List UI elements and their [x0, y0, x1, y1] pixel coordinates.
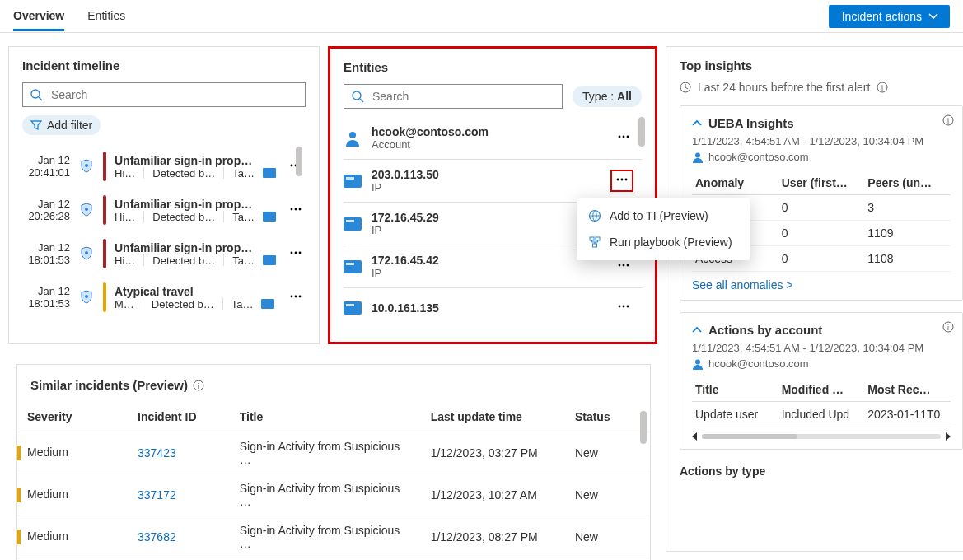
ip-icon	[344, 175, 362, 188]
timeline-row[interactable]: Jan 12 20:41:01 Unfamiliar sign-in prop……	[22, 147, 306, 190]
table-row[interactable]: Medium 337172 Sign-in Activity from Susp…	[17, 474, 650, 516]
severity-bar	[17, 488, 21, 502]
actions-account-range: 1/11/2023, 4:54:51 AM - 1/12/2023, 10:34…	[692, 342, 951, 354]
tab-overview[interactable]: Overview	[13, 1, 64, 31]
more-button[interactable]	[286, 199, 306, 222]
col-incident-id[interactable]: Incident ID	[128, 402, 230, 432]
table-row[interactable]: Medium 337682 Sign-in Activity from Susp…	[17, 516, 650, 558]
scrollbar[interactable]	[640, 411, 647, 444]
entities-title: Entities	[330, 49, 655, 84]
card-toggle[interactable]: Actions by account	[692, 323, 951, 337]
entity-name: 172.16.45.29	[372, 211, 604, 224]
severity-bar	[17, 446, 21, 460]
entities-search[interactable]	[344, 84, 563, 109]
timeline-item-title: Atypical travel	[115, 285, 278, 298]
svg-point-14	[85, 295, 88, 298]
entities-type-filter[interactable]: Type : All	[573, 86, 642, 107]
severity-bar	[17, 530, 21, 544]
horizontal-scrollbar[interactable]	[692, 432, 951, 441]
add-to-ti-menuitem[interactable]: Add to TI (Preview)	[577, 203, 750, 229]
card-toggle[interactable]: UEBA Insights	[692, 116, 951, 130]
timeline-row[interactable]: Jan 1218:01:53 Unfamiliar sign-in prop… …	[22, 234, 306, 278]
timeline-search-input[interactable]	[49, 87, 298, 102]
see-all-anomalies-link[interactable]: See all anomalies >	[692, 278, 793, 292]
timeline-item-title: Unfamiliar sign-in prop…	[115, 241, 278, 254]
col-last-update[interactable]: Last update time	[421, 402, 565, 432]
playbook-icon	[588, 236, 601, 249]
entities-search-input[interactable]	[371, 89, 555, 104]
info-icon[interactable]: i	[942, 321, 954, 335]
ueba-title: UEBA Insights	[708, 116, 794, 130]
entity-row[interactable]: 10.0.161.135	[344, 288, 642, 327]
entity-more-button[interactable]	[614, 296, 633, 319]
scrollbar[interactable]	[296, 147, 302, 176]
col-severity[interactable]: Severity	[17, 402, 128, 432]
col-user[interactable]: User (first…	[778, 171, 865, 195]
scrollbar[interactable]	[638, 117, 645, 147]
actions-by-type-title: Actions by type	[680, 464, 963, 478]
incident-title: Sign-in Activity from Suspicious …	[230, 432, 421, 474]
svg-point-6	[85, 208, 88, 211]
add-filter-button[interactable]: Add filter	[22, 115, 101, 135]
ueba-range: 1/11/2023, 4:54:51 AM - 1/12/2023, 10:34…	[692, 135, 951, 147]
search-icon	[351, 90, 364, 103]
timeline-row[interactable]: Jan 1220:26:28 Unfamiliar sign-in prop… …	[22, 190, 306, 234]
svg-rect-48	[590, 237, 594, 240]
svg-line-1	[39, 97, 42, 100]
timeline-row[interactable]: Jan 1218:01:53 Atypical travel M…Detecte…	[22, 278, 306, 321]
more-button[interactable]	[286, 243, 306, 265]
entity-more-button[interactable]	[614, 127, 633, 149]
incident-timeline-title: Incident timeline	[9, 47, 319, 82]
table-row[interactable]: Medium 337423 Sign-in Activity from Susp…	[17, 432, 650, 474]
incident-actions-label: Incident actions	[842, 10, 922, 23]
info-icon[interactable]: i	[193, 380, 204, 391]
svg-point-2	[85, 164, 88, 167]
run-playbook-menuitem[interactable]: Run playbook (Preview)	[577, 229, 750, 255]
incident-id-link[interactable]: 337682	[138, 530, 176, 544]
account-icon	[692, 358, 704, 370]
info-icon[interactable]: i	[877, 82, 888, 93]
shield-icon	[78, 202, 95, 218]
incident-id-link[interactable]: 337423	[138, 446, 176, 460]
svg-text:i: i	[881, 84, 883, 92]
product-icon	[263, 255, 276, 265]
svg-point-33	[619, 306, 621, 308]
shield-icon	[78, 158, 95, 175]
more-button[interactable]	[286, 287, 306, 309]
timeline-item-title: Unfamiliar sign-in prop…	[115, 154, 278, 167]
timeline-timestamp: Jan 1218:01:53	[22, 241, 70, 266]
entity-row[interactable]: hcook@contoso.com Account	[344, 117, 642, 160]
col-title[interactable]: Title	[692, 378, 778, 402]
svg-point-23	[627, 136, 629, 138]
incident-status: New	[565, 432, 650, 474]
incident-actions-button[interactable]: Incident actions	[829, 5, 950, 28]
tab-entities[interactable]: Entities	[87, 1, 125, 31]
info-icon[interactable]: i	[942, 114, 954, 128]
svg-point-20	[349, 132, 356, 138]
entity-row[interactable]: 203.0.113.50 IP	[344, 160, 642, 203]
col-status[interactable]: Status	[565, 402, 650, 432]
svg-text:i: i	[947, 324, 949, 332]
scroll-left-icon	[692, 432, 697, 441]
incident-id-link[interactable]: 337172	[138, 488, 176, 502]
col-title[interactable]: Title	[230, 402, 421, 432]
svg-point-0	[31, 90, 40, 98]
shield-icon	[78, 245, 95, 262]
filter-icon	[30, 119, 42, 131]
severity-bar	[103, 239, 106, 268]
timeline-search[interactable]	[22, 82, 306, 107]
entity-more-button[interactable]	[610, 170, 633, 192]
col-peers[interactable]: Peers (un…	[864, 171, 951, 195]
insights-range-label: Last 24 hours before the first alert	[698, 81, 870, 94]
col-mostrec[interactable]: Most Rec…	[864, 378, 951, 402]
entity-context-menu: Add to TI (Preview) Run playbook (Previe…	[577, 198, 750, 260]
entity-type: IP	[372, 224, 604, 236]
actions-by-account-card: i Actions by account 1/11/2023, 4:54:51 …	[680, 312, 963, 450]
col-anomaly[interactable]: Anomaly	[692, 171, 778, 195]
col-modified[interactable]: Modified …	[778, 378, 865, 402]
entities-panel: Entities Type : All hcook@con	[328, 46, 657, 344]
table-row[interactable]: Update userIncluded Upd2023-01-11T0	[692, 402, 951, 427]
svg-point-41	[695, 152, 700, 157]
entity-name: hcook@contoso.com	[372, 125, 604, 138]
ip-icon	[344, 217, 362, 231]
